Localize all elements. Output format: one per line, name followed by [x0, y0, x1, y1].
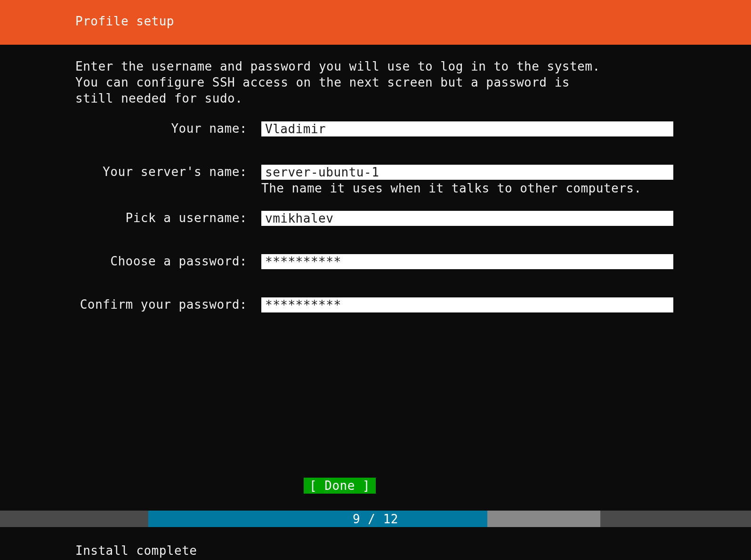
name-field[interactable]: Vladimir [261, 121, 673, 136]
row-name: Your name: Vladimir [75, 121, 713, 136]
server-name-hint: The name it uses when it talks to other … [261, 181, 673, 197]
row-password: Choose a password: ********** [75, 254, 713, 269]
label-password: Choose a password: [75, 254, 247, 269]
intro-text: Enter the username and password you will… [75, 59, 603, 106]
label-confirm: Confirm your password: [75, 297, 247, 312]
row-confirm: Confirm your password: ********** [75, 297, 713, 312]
progress-zone: 9 / 12 [0, 511, 751, 527]
confirm-password-field[interactable]: ********** [261, 297, 673, 312]
password-field[interactable]: ********** [261, 254, 673, 269]
row-server: Your server's name: server-ubuntu-1 The … [75, 165, 713, 197]
page-title: Profile setup [75, 14, 174, 28]
status-text: Install complete [75, 544, 197, 558]
row-username: Pick a username: vmikhalev [75, 211, 713, 226]
header-bar: Profile setup [0, 0, 751, 45]
label-username: Pick a username: [75, 211, 247, 225]
content-area: Enter the username and password you will… [0, 45, 751, 312]
label-name: Your name: [75, 121, 247, 136]
username-field[interactable]: vmikhalev [261, 211, 673, 226]
server-name-field[interactable]: server-ubuntu-1 [261, 165, 673, 180]
label-server: Your server's name: [75, 165, 247, 179]
progress-text: 9 / 12 [0, 511, 751, 527]
done-button[interactable]: [ Done ] [304, 478, 376, 494]
